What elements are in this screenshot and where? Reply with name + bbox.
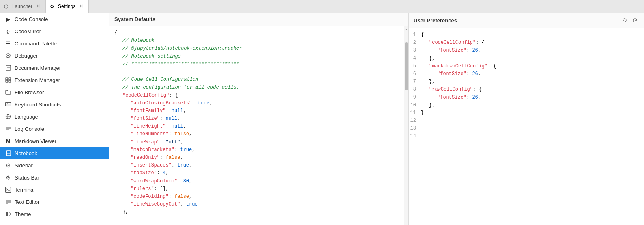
tab-launcher-close[interactable]: ✕ — [35, 3, 41, 10]
redo-button[interactable] — [631, 16, 639, 24]
log-console-icon — [5, 125, 11, 132]
sidebar-item-debugger[interactable]: Debugger — [0, 50, 109, 62]
system-defaults-code[interactable]: { // Notebook // @jupyterlab/notebook-ex… — [109, 26, 404, 225]
sidebar-label-status-bar: Status Bar — [15, 175, 39, 181]
user-preferences-title: User Preferences — [414, 17, 457, 24]
undo-button[interactable] — [620, 16, 629, 24]
sidebar-label-keyboard-shortcuts: Keyboard Shortcuts — [15, 102, 61, 108]
sidebar-item-terminal[interactable]: Terminal — [0, 184, 109, 196]
svg-rect-6 — [6, 78, 8, 80]
svg-point-1 — [7, 55, 9, 56]
sidebar-label-document-manager: Document Manager — [15, 65, 61, 71]
theme-icon — [5, 211, 11, 217]
sidebar-label-terminal: Terminal — [15, 187, 34, 193]
command-palette-icon: ☰ — [5, 40, 11, 47]
sidebar-label-markdown-viewer: Markdown Viewer — [15, 138, 56, 144]
terminal-icon — [5, 186, 11, 193]
extension-manager-icon — [5, 77, 11, 83]
debugger-icon — [5, 52, 11, 59]
sidebar-label-sidebar: Sidebar — [15, 162, 33, 169]
sidebar-item-file-browser[interactable]: File Browser — [0, 86, 109, 98]
tab-settings[interactable]: ⚙ Settings ✕ — [46, 0, 89, 13]
keyboard-shortcuts-icon — [5, 101, 11, 108]
sidebar-item-codemirror[interactable]: {} CodeMirror — [0, 25, 109, 37]
notebook-icon — [5, 150, 11, 156]
tab-settings-label: Settings — [58, 4, 75, 9]
user-preferences-code[interactable]: 1 2 3 4 5 6 7 8 9 10 11 12 13 14 { — [409, 28, 644, 225]
sidebar-item-text-editor[interactable]: Text Editor — [0, 196, 109, 208]
svg-rect-8 — [6, 80, 8, 82]
sidebar-item-document-manager[interactable]: Document Manager — [0, 62, 109, 74]
sidebar-label-file-browser: File Browser — [15, 89, 44, 95]
sidebar-label-language: Language — [15, 114, 38, 120]
sidebar-item-code-console[interactable]: ▶ Code Console — [0, 13, 109, 25]
sidebar-label-code-console: Code Console — [15, 16, 48, 22]
sidebar-item-command-palette[interactable]: ☰ Command Palette — [0, 37, 109, 50]
sidebar-item-theme[interactable]: Theme — [0, 208, 109, 220]
text-editor-icon — [5, 199, 11, 205]
sidebar-item-keyboard-shortcuts[interactable]: Keyboard Shortcuts — [0, 98, 109, 110]
sidebar-label-notebook: Notebook — [15, 150, 37, 156]
language-icon — [5, 113, 11, 120]
sidebar-label-theme: Theme — [15, 211, 31, 217]
status-bar-icon: ⚙ — [5, 174, 11, 181]
sidebar-label-command-palette: Command Palette — [15, 41, 57, 47]
code-console-icon: ▶ — [5, 16, 11, 22]
sidebar-item-language[interactable]: Language — [0, 110, 109, 123]
tab-settings-close[interactable]: ✕ — [78, 3, 84, 10]
settings-content: System Defaults { // Notebook // @jupyte… — [109, 13, 644, 225]
sidebar-label-debugger: Debugger — [15, 53, 38, 59]
tab-launcher[interactable]: ⬡ Launcher ✕ — [0, 0, 46, 13]
codemirror-icon: {} — [5, 28, 11, 35]
file-browser-icon — [5, 89, 11, 95]
sidebar-item-markdown-viewer[interactable]: M Markdown Viewer — [0, 135, 109, 147]
scroll-thumb[interactable] — [405, 42, 408, 91]
sidebar-item-status-bar[interactable]: ⚙ Status Bar — [0, 171, 109, 184]
user-preferences-header: User Preferences — [409, 13, 644, 28]
settings-icon: ⚙ — [50, 4, 56, 9]
line-numbers: 1 2 3 4 5 6 7 8 9 10 11 12 13 14 — [409, 31, 421, 222]
sidebar: ▶ Code Console {} CodeMirror ☰ Command P… — [0, 13, 109, 225]
scroll-thumb-area — [404, 32, 408, 225]
sidebar-item-extension-manager[interactable]: Extension Manager — [0, 74, 109, 86]
sidebar-icon: ⚙ — [5, 162, 11, 169]
sidebar-label-extension-manager: Extension Manager — [15, 77, 60, 83]
svg-rect-9 — [9, 80, 11, 82]
sidebar-label-log-console: Log Console — [15, 126, 44, 132]
sidebar-label-codemirror: CodeMirror — [15, 28, 41, 35]
system-defaults-scrollbar[interactable]: ▲ — [404, 26, 408, 225]
document-manager-icon — [5, 65, 11, 71]
launcher-icon: ⬡ — [4, 4, 10, 9]
sidebar-item-log-console[interactable]: Log Console — [0, 123, 109, 135]
sidebar-item-notebook[interactable]: Notebook — [0, 147, 109, 159]
system-defaults-header: System Defaults — [109, 13, 408, 26]
tab-launcher-label: Launcher — [12, 4, 32, 9]
system-defaults-title: System Defaults — [114, 16, 155, 22]
main-area: ▶ Code Console {} CodeMirror ☰ Command P… — [0, 13, 644, 225]
prefs-code-content: { "codeCellConfig": { "fontSize": 26, },… — [421, 31, 644, 222]
sidebar-label-text-editor: Text Editor — [15, 199, 39, 205]
svg-rect-7 — [9, 78, 11, 80]
user-preferences-panel: User Preferences 1 2 3 4 5 6 — [409, 13, 644, 225]
sidebar-item-sidebar[interactable]: ⚙ Sidebar — [0, 159, 109, 171]
svg-rect-10 — [6, 103, 11, 106]
system-defaults-panel: System Defaults { // Notebook // @jupyte… — [109, 13, 409, 225]
title-bar: ⬡ Launcher ✕ ⚙ Settings ✕ — [0, 0, 644, 13]
header-actions — [620, 16, 639, 24]
markdown-viewer-icon: M — [5, 138, 11, 144]
scroll-up-arrow[interactable]: ▲ — [404, 26, 408, 32]
